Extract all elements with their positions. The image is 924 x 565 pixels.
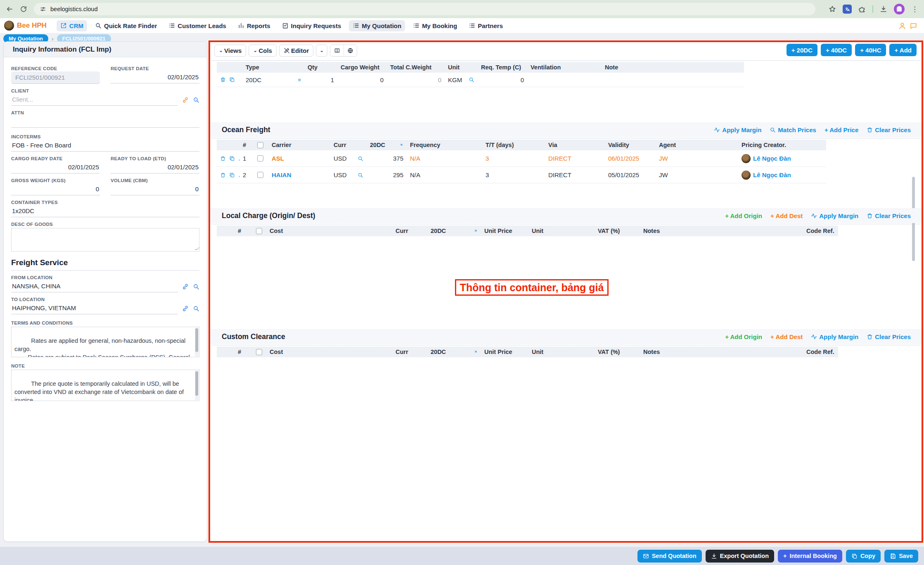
validity-cell[interactable]: 06/01/2025	[605, 150, 656, 167]
export-quotation-button[interactable]: Export Quotation	[706, 550, 774, 563]
col-unit[interactable]: Unit	[445, 62, 478, 73]
duplicate-icon[interactable]	[229, 172, 235, 178]
apply-margin-link[interactable]: Apply Margin	[811, 212, 858, 219]
col-unit[interactable]: Unit	[528, 226, 595, 236]
back-icon[interactable]	[6, 5, 13, 13]
attn-field[interactable]	[11, 116, 199, 128]
chat-icon[interactable]	[910, 22, 917, 30]
send-quotation-button[interactable]: Send Quotation	[637, 550, 702, 563]
reference-code-field[interactable]: FCLI2501/000921	[11, 71, 100, 84]
via-cell[interactable]: DIRECT	[545, 150, 605, 167]
scrollbar[interactable]	[195, 370, 199, 400]
request-date-field[interactable]: 02/01/2025	[111, 71, 199, 83]
gross-weight-field[interactable]: 0	[11, 183, 100, 195]
nav-item-customer-leads[interactable]: Customer Leads	[165, 20, 230, 31]
curr-cell[interactable]: USD	[330, 150, 367, 167]
editor-button[interactable]: Editor	[279, 45, 313, 57]
add-origin-link[interactable]: + Add Origin	[725, 212, 762, 219]
to-location-field[interactable]: HAIPHONG, VIETNAM	[11, 302, 178, 314]
col-unit[interactable]: Unit	[528, 347, 595, 357]
col-cargo-weight[interactable]: Cargo Weight	[337, 62, 387, 73]
frequency-cell[interactable]: N/A	[407, 150, 482, 167]
internal-booking-button[interactable]: + Internal Booking	[778, 550, 842, 563]
search-icon[interactable]	[193, 305, 199, 312]
select-all-checkbox[interactable]	[256, 349, 262, 355]
nav-item-my-booking[interactable]: My Booking	[409, 20, 461, 31]
browser-menu-icon[interactable]: ⋮	[911, 5, 918, 14]
nav-item-reports[interactable]: Reports	[234, 20, 274, 31]
validity-cell[interactable]: 05/01/2025	[605, 167, 656, 183]
delete-icon[interactable]	[220, 156, 226, 161]
nav-item-crm[interactable]: CRM	[57, 20, 87, 31]
container-types-field[interactable]: 1x20DC	[11, 205, 199, 217]
via-cell[interactable]: DIRECT	[545, 167, 605, 183]
col-tt-days[interactable]: T/T (days)	[482, 140, 545, 150]
cols-button[interactable]: ⌄ Cols	[249, 45, 277, 57]
link-icon[interactable]	[182, 283, 189, 290]
incoterms-field[interactable]: FOB - Free On Board	[11, 140, 199, 152]
col-via[interactable]: Via	[545, 140, 605, 150]
qty-cell[interactable]: 1	[304, 73, 337, 87]
nav-item-quick-rate-finder[interactable]: Quick Rate Finder	[91, 20, 161, 31]
col-20dc[interactable]: 20DC ⌄⌃	[427, 226, 481, 236]
col-unit-price[interactable]: Unit Price	[481, 347, 528, 357]
col-frequency[interactable]: Frequency	[407, 140, 482, 150]
sort-icons[interactable]: ⌄⌃	[400, 142, 403, 148]
terms-textarea[interactable]: Rates are applied for general, non-hazar…	[11, 327, 199, 357]
creator-name[interactable]: Lê Ngọc Đàn	[753, 155, 791, 162]
cargo-weight-cell[interactable]: 0	[337, 73, 387, 87]
col-agent[interactable]: Agent	[656, 140, 738, 150]
brand[interactable]: Bee HPH	[4, 21, 47, 31]
curr-cell[interactable]: USD	[330, 167, 367, 183]
sort-icons[interactable]: ⌄⌃	[474, 349, 478, 355]
search-icon[interactable]	[358, 172, 363, 178]
col-vat[interactable]: VAT (%)	[595, 347, 640, 357]
row-checkbox[interactable]	[257, 172, 263, 178]
link-icon[interactable]	[182, 305, 189, 312]
apply-margin-link[interactable]: Apply Margin	[714, 126, 761, 133]
address-bar[interactable]: beelogistics.cloud	[34, 3, 815, 15]
col-total-cweight[interactable]: Total C.Weight	[387, 62, 445, 73]
save-button[interactable]: Save	[884, 550, 918, 563]
volume-field[interactable]: 0	[111, 183, 199, 195]
col-pricing-creator[interactable]: Pricing Creator.	[738, 140, 826, 150]
nav-item-my-quotation[interactable]: My Quotation	[349, 20, 405, 31]
pricing-creator-cell[interactable]: Lê Ngọc Đàn	[738, 150, 826, 167]
detail-list-icon[interactable]: ≡	[298, 77, 301, 83]
extensions-puzzle-icon[interactable]	[858, 5, 866, 13]
from-location-field[interactable]: NANSHA, CHINA	[11, 280, 178, 292]
site-settings-icon[interactable]	[40, 6, 46, 12]
sphere-icon[interactable]	[344, 45, 357, 56]
desc-of-goods-textarea[interactable]	[11, 228, 199, 252]
col-ventilation[interactable]: Ventilation	[527, 62, 602, 73]
carrier-cell[interactable]: HAIAN	[268, 167, 330, 183]
col-20dc[interactable]: 20DC ⌄⌃	[367, 140, 407, 150]
tt-cell[interactable]: 3	[482, 167, 545, 183]
downloads-icon[interactable]	[880, 5, 887, 13]
apply-margin-link[interactable]: Apply Margin	[811, 333, 858, 340]
bookmark-star-icon[interactable]	[829, 5, 836, 13]
user-icon[interactable]	[898, 22, 906, 30]
col-code-ref[interactable]: Code Ref.	[803, 226, 838, 236]
agent-cell[interactable]: JW	[656, 150, 738, 167]
url-text[interactable]: beelogistics.cloud	[50, 6, 97, 12]
price-cell[interactable]: 295	[367, 167, 407, 183]
add-dest-link[interactable]: + Add Dest	[770, 212, 803, 219]
search-icon[interactable]	[193, 283, 199, 290]
search-icon[interactable]	[358, 156, 363, 161]
tt-cell[interactable]: 3	[482, 150, 545, 167]
nav-item-partners[interactable]: Partners	[465, 20, 507, 31]
col-unit-price[interactable]: Unit Price	[481, 226, 528, 236]
nav-item-inquiry-requests[interactable]: Inquiry Requests	[278, 20, 345, 31]
select-all-checkbox[interactable]	[256, 228, 262, 234]
add-origin-link[interactable]: + Add Origin	[725, 333, 762, 340]
views-button[interactable]: ⌄ Views	[214, 45, 246, 57]
creator-name[interactable]: Lê Ngọc Đàn	[753, 171, 791, 178]
add-20dc-button[interactable]: + 20DC	[787, 44, 817, 56]
col-notes[interactable]: Notes	[640, 347, 803, 357]
book-open-icon[interactable]	[330, 45, 344, 56]
unit-cell[interactable]: KGM	[445, 73, 478, 87]
delete-icon[interactable]	[220, 77, 226, 83]
col-curr[interactable]: Curr	[392, 226, 427, 236]
col-type[interactable]: Type	[242, 62, 304, 73]
